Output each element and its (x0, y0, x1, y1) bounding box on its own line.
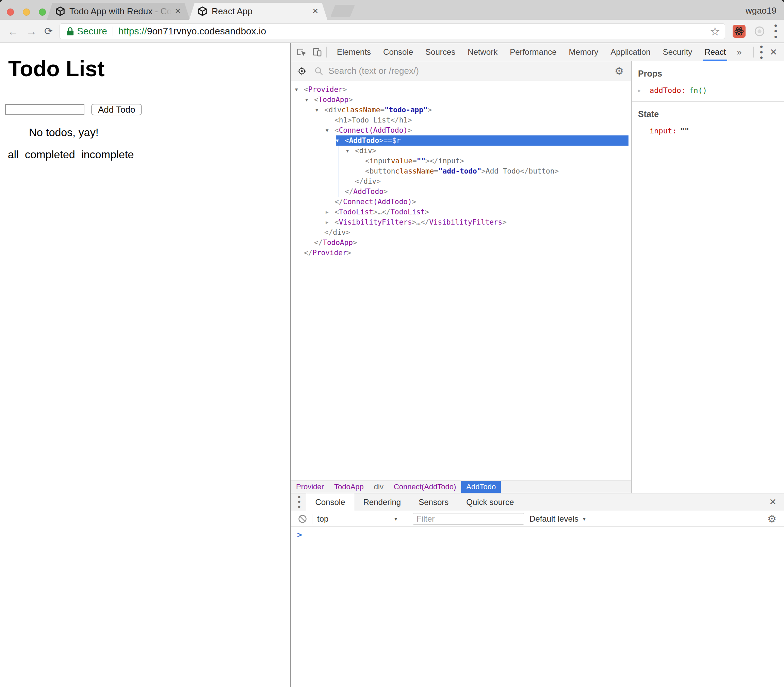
disabled-extension-icon[interactable] (753, 25, 766, 38)
breadcrumb-addtodo[interactable]: AddTodo (461, 481, 501, 493)
tree-row[interactable]: ▼<AddTodo> == $r (291, 135, 631, 146)
browser-menu-icon[interactable]: ••• (774, 23, 777, 39)
devtools-drawer: ••• Console Rendering Sensors Quick sour… (291, 493, 784, 687)
new-tab-button[interactable] (330, 5, 355, 17)
tree-row[interactable]: ▶<TodoList>…</TodoList> (291, 207, 631, 217)
console-prompt-icon[interactable]: > (297, 530, 784, 540)
execution-context-selector[interactable]: top ▼ (317, 514, 398, 524)
console-settings-gear-icon[interactable]: ⚙ (768, 513, 776, 525)
browser-tab-react-app[interactable]: React App ✕ (189, 3, 327, 20)
select-component-target-icon[interactable] (297, 66, 307, 76)
drawer-tab-console[interactable]: Console (306, 493, 354, 511)
filter-incomplete[interactable]: incomplete (81, 148, 134, 161)
filter-all[interactable]: all (8, 148, 19, 161)
devtools-close-icon[interactable]: ✕ (765, 47, 784, 58)
filter-completed[interactable]: completed (25, 148, 75, 161)
url-scheme: https:// (118, 26, 147, 37)
drawer-close-icon[interactable]: ✕ (761, 493, 784, 511)
clear-console-icon[interactable] (298, 514, 307, 524)
address-bar[interactable]: Secure https:// 9on71rvnyo.codesandbox.i… (59, 23, 725, 39)
console-toolbar: top ▼ Default levels ▼ ⚙ (291, 511, 784, 527)
expanded-arrow-icon[interactable]: ▼ (295, 84, 304, 95)
tree-row[interactable]: </div> (291, 227, 631, 238)
window-controls (7, 8, 46, 16)
expand-arrow-icon[interactable]: ▶ (638, 88, 649, 93)
minimize-window-button[interactable] (23, 8, 30, 16)
react-tree: ▼<Provider>▼<TodoApp>▼<div className="to… (291, 81, 631, 480)
tab-performance[interactable]: Performance (504, 43, 562, 61)
tree-row[interactable]: ▼<div className="todo-app"> (291, 105, 631, 115)
expanded-arrow-icon[interactable]: ▼ (316, 105, 324, 115)
prop-key: addTodo: (649, 86, 685, 95)
drawer-tab-quick-source[interactable]: Quick source (457, 493, 523, 511)
tree-row[interactable]: ▼<div> (291, 146, 631, 156)
empty-todos-message: No todos, yay! (29, 126, 290, 139)
state-key: input: (649, 127, 677, 135)
zoom-window-button[interactable] (39, 8, 46, 16)
tree-row[interactable]: ▶<VisibilityFilters>…</VisibilityFilters… (291, 217, 631, 227)
tab-close-icon[interactable]: ✕ (175, 8, 181, 15)
collapsed-arrow-icon[interactable]: ▶ (325, 207, 334, 217)
tree-row[interactable]: <button className="add-todo">Add Todo</b… (291, 166, 631, 176)
expanded-arrow-icon[interactable]: ▼ (305, 95, 314, 105)
tree-row[interactable]: ▼<Connect(AddTodo)> (291, 125, 631, 135)
search-icon (314, 66, 324, 76)
tree-row[interactable]: ▼<Provider> (291, 84, 631, 95)
tree-row[interactable]: </div> (291, 176, 631, 186)
security-label[interactable]: Secure (77, 26, 107, 37)
todo-input[interactable] (5, 104, 84, 115)
breadcrumb-connect-addtodo[interactable]: Connect(AddTodo) (389, 481, 461, 493)
tab-memory[interactable]: Memory (563, 43, 605, 61)
tab-security[interactable]: Security (657, 43, 699, 61)
tab-application[interactable]: Application (604, 43, 656, 61)
drawer-menu-icon[interactable]: ••• (291, 493, 306, 511)
prop-row-addtodo[interactable]: ▶ addTodo: fn() (638, 86, 784, 95)
page-title: Todo List (8, 56, 290, 81)
tab-close-icon[interactable]: ✕ (312, 8, 319, 15)
selected-children-guide (339, 146, 339, 197)
component-search-input[interactable] (329, 66, 615, 76)
devtools-menu-icon[interactable]: ••• (760, 44, 763, 60)
codesandbox-favicon-icon (197, 6, 207, 16)
tree-row[interactable]: <h1>Todo List</h1> (291, 115, 631, 125)
devtools-tabs: Elements Console Sources Network Perform… (331, 43, 746, 61)
forward-icon[interactable]: → (26, 26, 37, 37)
tree-row[interactable]: </TodoApp> (291, 238, 631, 248)
add-todo-button[interactable]: Add Todo (91, 104, 142, 115)
tree-row[interactable]: <input value=""></input> (291, 156, 631, 166)
state-row-input[interactable]: input: "" (638, 127, 784, 135)
reload-icon[interactable]: ⟳ (44, 26, 53, 36)
tree-row[interactable]: </AddTodo> (291, 186, 631, 197)
browser-tab-todo-app[interactable]: Todo App with Redux - CodeSa ✕ (47, 3, 190, 20)
breadcrumb-provider[interactable]: Provider (291, 481, 329, 493)
tree-row[interactable]: ▼<TodoApp> (291, 95, 631, 105)
log-levels-selector[interactable]: Default levels ▼ (529, 514, 587, 524)
back-icon[interactable]: ← (8, 26, 18, 37)
console-filter-input[interactable] (413, 513, 524, 525)
collapsed-arrow-icon[interactable]: ▶ (325, 217, 334, 227)
tab-elements[interactable]: Elements (331, 43, 377, 61)
inspect-element-icon[interactable] (296, 47, 307, 57)
react-devtools-extension-icon[interactable] (733, 25, 746, 38)
drawer-tab-rendering[interactable]: Rendering (354, 493, 410, 511)
more-tabs-icon[interactable]: » (732, 47, 746, 58)
browser-window: Todo App with Redux - CodeSa ✕ React App… (0, 0, 784, 687)
breadcrumb-todoapp[interactable]: TodoApp (329, 481, 369, 493)
bookmark-star-icon[interactable]: ☆ (710, 25, 720, 38)
breadcrumb-div[interactable]: div (369, 481, 389, 493)
close-window-button[interactable] (7, 8, 14, 16)
react-settings-gear-icon[interactable]: ⚙ (615, 65, 624, 77)
expanded-arrow-icon[interactable]: ▼ (325, 125, 334, 135)
tree-row[interactable]: </Provider> (291, 248, 631, 258)
tab-sources[interactable]: Sources (419, 43, 462, 61)
device-toolbar-icon[interactable] (312, 47, 322, 57)
secure-lock-icon[interactable] (67, 27, 74, 35)
drawer-tab-sensors[interactable]: Sensors (410, 493, 457, 511)
tab-network[interactable]: Network (462, 43, 504, 61)
tab-react[interactable]: React (698, 43, 732, 61)
tab-console[interactable]: Console (377, 43, 419, 61)
expanded-arrow-icon[interactable]: ▼ (336, 135, 345, 146)
console-output[interactable]: > (291, 527, 784, 687)
expanded-arrow-icon[interactable]: ▼ (346, 146, 355, 156)
tree-row[interactable]: </Connect(AddTodo)> (291, 197, 631, 207)
